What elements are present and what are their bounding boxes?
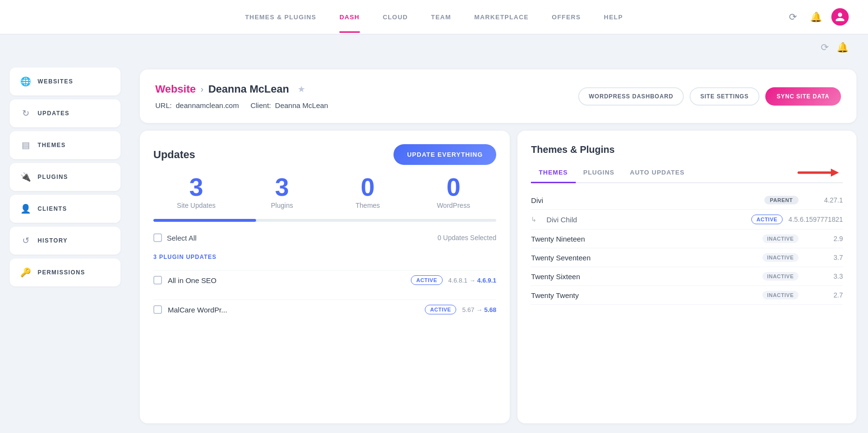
stat-themes: 0 Themes	[325, 175, 411, 209]
nav-team[interactable]: TEAM	[431, 3, 451, 33]
websites-icon: 🌐	[20, 76, 31, 87]
updates-header: Updates UPDATE EVERYTHING	[153, 144, 496, 165]
theme-row-divi-child: ↳ Divi Child ACTIVE 4.5.6.1597771821	[531, 210, 843, 230]
toolbar-row: ⟳ 🔔	[0, 35, 868, 60]
stats-row: 3 Site Updates 3 Plugins 0 Themes 0 Word…	[153, 175, 496, 209]
tab-plugins[interactable]: PLUGINS	[576, 164, 623, 183]
updates-title: Updates	[153, 149, 195, 161]
sidebar-item-themes[interactable]: ▤ THEMES	[10, 131, 121, 159]
stat-plugins: 3 Plugins	[239, 175, 325, 209]
site-meta: URL: deannamclean.com Client: Deanna McL…	[155, 101, 328, 109]
progress-bar	[153, 219, 496, 222]
themes-plugins-panel: Themes & Plugins THEMES PLUGINS AUTO UPD…	[517, 131, 856, 423]
sidebar-item-clients-label: CLIENTS	[38, 205, 67, 212]
theme-twenty-twenty-name: Twenty Twenty	[531, 291, 756, 299]
theme-row-twenty-nineteen: Twenty Nineteen INACTIVE 2.9	[531, 230, 843, 248]
sidebar-item-updates[interactable]: ↻ UPDATES	[10, 99, 121, 127]
permissions-icon: 🔑	[20, 267, 31, 278]
client-label: Client: Deanna McLean	[250, 101, 328, 109]
site-header-card: Website › Deanna McLean ★ URL: deannamcl…	[140, 69, 856, 123]
two-col-layout: Updates UPDATE EVERYTHING 3 Site Updates…	[140, 131, 856, 423]
sync-site-data-button[interactable]: SYNC SITE DATA	[765, 87, 841, 106]
plugin-seo-checkbox[interactable]	[153, 276, 162, 284]
nav-dash[interactable]: DASH	[339, 3, 360, 33]
tab-auto-updates[interactable]: AUTO UPDATES	[622, 164, 692, 183]
plugin-malcare-version: 5.67 → 5.68	[462, 306, 496, 313]
theme-twenty-sixteen-name: Twenty Sixteen	[531, 272, 756, 281]
client-value: Deanna McLean	[275, 101, 328, 109]
arrow-indicator	[795, 164, 843, 181]
star-icon[interactable]: ★	[298, 84, 305, 95]
theme-twenty-nineteen-version: 2.9	[804, 235, 843, 243]
theme-twenty-seventeen-badge: INACTIVE	[762, 253, 799, 262]
sidebar-item-updates-label: UPDATES	[38, 110, 69, 117]
sidebar-item-permissions-label: PERMISSIONS	[38, 269, 85, 276]
sidebar-item-clients[interactable]: 👤 CLIENTS	[10, 195, 121, 223]
plugin-seo-badge: ACTIVE	[411, 275, 442, 285]
updates-count: 0 Updates Selected	[437, 234, 496, 242]
sidebar-item-plugins[interactable]: 🔌 PLUGINS	[10, 163, 121, 191]
stat-wordpress: 0 WordPress	[410, 175, 496, 209]
theme-row-divi: Divi PARENT 4.27.1	[531, 191, 843, 210]
select-all-left: Select All	[153, 233, 197, 242]
stat-label-plugins: Plugins	[271, 202, 293, 209]
plugin-malcare-name: MalCare WordPr...	[168, 306, 419, 314]
tab-themes[interactable]: THEMES	[531, 164, 575, 183]
theme-twenty-nineteen-name: Twenty Nineteen	[531, 235, 756, 243]
theme-divi-child-badge: ACTIVE	[751, 215, 783, 224]
nav-marketplace[interactable]: MARKETPLACE	[474, 3, 529, 33]
user-avatar[interactable]	[831, 8, 849, 26]
sidebar-item-permissions[interactable]: 🔑 PERMISSIONS	[10, 258, 121, 286]
theme-divi-name: Divi	[531, 196, 758, 204]
sidebar-item-history[interactable]: ↺ HISTORY	[10, 227, 121, 255]
theme-twenty-twenty-version: 2.7	[804, 291, 843, 299]
stat-number-themes: 0	[361, 175, 375, 200]
theme-divi-child-version: 4.5.6.1597771821	[788, 216, 843, 223]
plugin-malcare-badge: ACTIVE	[425, 305, 456, 314]
theme-row-twenty-seventeen: Twenty Seventeen INACTIVE 3.7	[531, 248, 843, 267]
select-all-label[interactable]: Select All	[167, 234, 197, 242]
nav-help[interactable]: HELP	[604, 3, 623, 33]
stat-label-site-updates: Site Updates	[177, 202, 216, 209]
theme-row-twenty-twenty: Twenty Twenty INACTIVE 2.7	[531, 286, 843, 305]
nav-offers[interactable]: OFFERS	[552, 3, 581, 33]
stat-site-updates: 3 Site Updates	[153, 175, 239, 209]
updates-icon: ↻	[20, 108, 31, 119]
plugin-malcare-checkbox[interactable]	[153, 305, 162, 314]
sidebar-item-history-label: HISTORY	[38, 237, 68, 244]
breadcrumb-website[interactable]: Website	[155, 83, 196, 95]
breadcrumb: Website › Deanna McLean ★	[155, 83, 328, 95]
plugin-row-malcare: MalCare WordPr... ACTIVE 5.67 → 5.68	[153, 299, 496, 319]
theme-row-twenty-sixteen: Twenty Sixteen INACTIVE 3.3	[531, 267, 843, 286]
theme-twenty-sixteen-badge: INACTIVE	[762, 272, 799, 281]
theme-divi-child-name: Divi Child	[542, 216, 745, 224]
sidebar-item-websites[interactable]: 🌐 WEBSITES	[10, 68, 121, 95]
content-area: Website › Deanna McLean ★ URL: deannamcl…	[130, 60, 868, 433]
stat-label-themes: Themes	[355, 202, 380, 209]
clients-icon: 👤	[20, 203, 31, 214]
site-settings-button[interactable]: SITE SETTINGS	[690, 87, 759, 106]
theme-twenty-seventeen-version: 3.7	[804, 254, 843, 261]
top-nav: THEMES & PLUGINS DASH CLOUD TEAM MARKETP…	[0, 0, 868, 35]
nav-cloud[interactable]: CLOUD	[383, 3, 408, 33]
refresh-toolbar-icon[interactable]: ⟳	[821, 41, 829, 53]
theme-twenty-sixteen-version: 3.3	[804, 272, 843, 280]
theme-divi-badge: PARENT	[764, 196, 799, 204]
wordpress-dashboard-button[interactable]: WORDPRESS DASHBOARD	[578, 87, 684, 106]
red-arrow-svg	[795, 164, 843, 181]
notification-toolbar-icon[interactable]: 🔔	[837, 41, 849, 53]
theme-divi-version: 4.27.1	[804, 196, 843, 204]
nav-right: ⟳ 🔔	[785, 8, 849, 26]
url-label: URL: deannamclean.com	[155, 101, 239, 109]
refresh-icon[interactable]: ⟳	[785, 9, 800, 25]
nav-links: THEMES & PLUGINS DASH CLOUD TEAM MARKETP…	[245, 2, 623, 32]
select-all-checkbox[interactable]	[153, 233, 162, 242]
nav-themes-plugins[interactable]: THEMES & PLUGINS	[245, 3, 316, 33]
breadcrumb-arrow: ›	[201, 84, 203, 95]
main-layout: 🌐 WEBSITES ↻ UPDATES ▤ THEMES 🔌 PLUGINS …	[0, 60, 868, 433]
bell-icon[interactable]: 🔔	[808, 9, 824, 25]
themes-list: Divi PARENT 4.27.1 ↳ Divi Child ACTIVE 4…	[531, 191, 843, 305]
update-everything-button[interactable]: UPDATE EVERYTHING	[393, 144, 496, 165]
stat-number-site-updates: 3	[189, 175, 203, 200]
sidebar-item-plugins-label: PLUGINS	[38, 174, 68, 180]
